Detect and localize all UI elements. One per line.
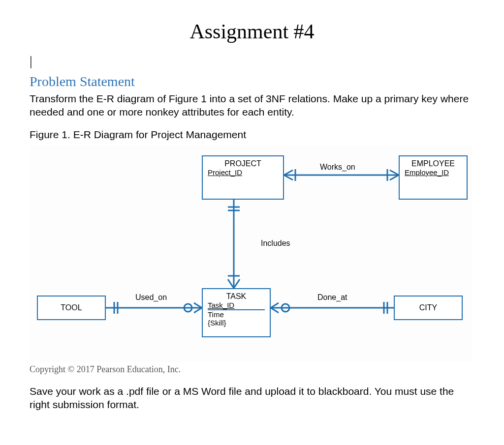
entity-name: EMPLOYEE [405,159,462,168]
entity-pk: Task_ID [208,301,265,309]
entity-name: TASK [208,292,265,301]
copyright-text: Copyright © 2017 Pearson Education, Inc. [30,364,474,375]
entity-city: CITY [394,296,463,320]
section-heading: Problem Statement [30,74,474,89]
er-diagram: PROJECT Project_ID EMPLOYEE Employee_ID … [30,146,472,362]
entity-attr: {Skill} [208,319,265,327]
entity-task: TASK Task_ID Time {Skill} [202,288,271,337]
rel-done-at: Done_at [317,293,347,302]
entity-pk: Employee_ID [405,168,462,177]
entity-pk: Project_ID [208,168,278,177]
text-cursor: | [30,53,474,69]
entity-name: TOOL [61,303,82,312]
entity-name: PROJECT [208,159,278,168]
figure-caption: Figure 1. E-R Diagram for Project Manage… [30,129,474,141]
instructions-text: Save your work as a .pdf file or a MS Wo… [30,385,474,412]
problem-statement: Transform the E-R diagram of Figure 1 in… [30,92,474,119]
entity-name: CITY [419,303,437,312]
entity-tool: TOOL [37,296,106,320]
rel-used-on: Used_on [135,293,167,302]
entity-employee: EMPLOYEE Employee_ID [399,155,468,200]
entity-project: PROJECT Project_ID [202,155,284,200]
rel-works-on: Works_on [320,163,355,172]
page-title: Assignment #4 [30,20,474,43]
spell-error-word: nonkey [146,106,179,118]
problem-text-2: attributes for each entity. [179,106,294,118]
entity-attr: Time [208,309,265,319]
rel-includes: Includes [261,239,290,248]
